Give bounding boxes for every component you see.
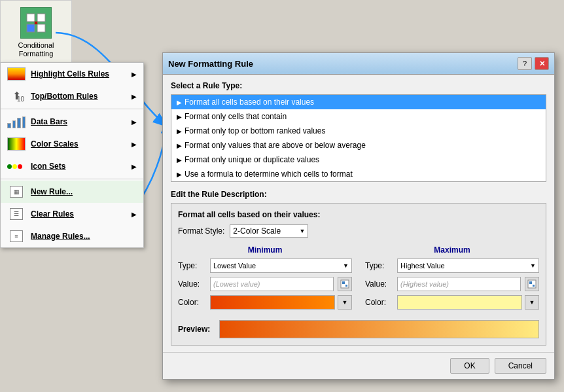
rule-arrow-2: ▶ — [177, 128, 182, 135]
dialog-titlebar: New Formatting Rule ? ✕ — [163, 53, 554, 75]
rule-type-unique-duplicate[interactable]: ▶ Format only unique or duplicate values — [171, 152, 546, 167]
menu-topbottom-arrow: ▶ — [132, 93, 137, 100]
rule-type-2-label: Format only top or bottom ranked values — [185, 126, 325, 135]
menu-iconsets-label: Icon Sets — [31, 162, 129, 171]
menu-item-newrule[interactable]: ▦ New Rule... — [1, 181, 143, 203]
newrule-icon: ▦ — [7, 185, 26, 199]
min-value-picker[interactable] — [338, 277, 352, 291]
format-all-label: Format all cells based on their values: — [178, 210, 539, 219]
new-formatting-rule-dialog: New Formatting Rule ? ✕ Select a Rule Ty… — [162, 52, 555, 380]
menu-item-managerules[interactable]: ≡ Manage Rules... — [1, 225, 143, 247]
max-color-label: Color: — [365, 298, 395, 307]
min-type-row: Type: Lowest Value ▼ — [178, 258, 352, 273]
iconsets-icon — [7, 159, 26, 173]
rule-arrow-4: ▶ — [177, 156, 182, 164]
dialog-body: Select a Rule Type: ▶ Format all cells b… — [163, 75, 554, 352]
format-style-row: Format Style: 2-Color Scale ▼ — [178, 224, 539, 238]
minimum-column: Minimum Type: Lowest Value ▼ Value: (Low… — [178, 245, 352, 313]
menu-clearrules-arrow: ▶ — [132, 211, 137, 218]
rule-type-3-label: Format only values that are above or bel… — [185, 141, 366, 150]
menu-colorscales-arrow: ▶ — [132, 141, 137, 148]
format-style-label: Format Style: — [178, 226, 224, 236]
help-button[interactable]: ? — [518, 57, 532, 70]
minimum-header: Minimum — [178, 245, 352, 255]
menu-databars-label: Data Bars — [31, 117, 129, 126]
min-color-row: Color: ▼ — [178, 295, 352, 310]
menu-topbottom-label: Top/Bottom Rules — [31, 92, 129, 101]
format-style-arrow: ▼ — [299, 228, 305, 234]
topbottom-icon: ⬆ 10 — [7, 89, 26, 103]
rule-arrow-3: ▶ — [177, 142, 182, 149]
max-color-swatch — [397, 295, 522, 310]
cancel-button[interactable]: Cancel — [495, 358, 546, 374]
preview-row: Preview: — [178, 320, 539, 338]
rule-arrow-5: ▶ — [177, 171, 182, 178]
rule-type-formula[interactable]: ▶ Use a formula to determine which cells… — [171, 167, 546, 181]
dialog-title: New Formatting Rule — [168, 59, 253, 69]
min-color-label: Color: — [178, 298, 207, 307]
menu-item-highlight[interactable]: Highlight Cells Rules ▶ — [1, 63, 143, 85]
max-value-picker[interactable] — [525, 277, 539, 291]
min-type-arrow: ▼ — [343, 262, 349, 269]
toolbar: Conditional Formatting — [0, 0, 72, 65]
menu-iconsets-arrow: ▶ — [132, 163, 137, 170]
edit-rule-label: Edit the Rule Description: — [171, 190, 546, 199]
max-value-row: Value: (Highest value) — [365, 277, 539, 291]
min-value-input: (Lowest value) — [210, 277, 334, 291]
max-type-row: Type: Highest Value ▼ — [365, 258, 539, 273]
conditional-formatting-icon[interactable] — [20, 7, 52, 39]
svg-rect-1 — [37, 14, 45, 22]
menu-divider-1 — [1, 109, 143, 109]
close-button[interactable]: ✕ — [535, 57, 549, 70]
rule-type-0-label: Format all cells based on their values — [185, 98, 314, 107]
rule-type-1-label: Format only cells that contain — [185, 112, 287, 121]
toolbar-label: Conditional Formatting — [3, 41, 69, 58]
menu-item-iconsets[interactable]: Icon Sets ▶ — [1, 155, 143, 177]
max-value-placeholder: (Highest value) — [400, 280, 449, 288]
min-color-swatch — [210, 295, 335, 310]
rule-arrow-0: ▶ — [177, 99, 182, 106]
svg-rect-3 — [37, 24, 45, 32]
rule-type-list: ▶ Format all cells based on their values… — [171, 94, 546, 182]
max-color-row: Color: ▼ — [365, 295, 539, 310]
min-max-container: Minimum Type: Lowest Value ▼ Value: (Low… — [178, 245, 539, 313]
rule-type-above-below[interactable]: ▶ Format only values that are above or b… — [171, 138, 546, 152]
max-type-label: Type: — [365, 261, 395, 270]
min-value-label: Value: — [178, 279, 207, 289]
maximum-header: Maximum — [365, 245, 539, 255]
select-rule-type-label: Select a Rule Type: — [171, 81, 546, 90]
ok-button[interactable]: OK — [450, 358, 489, 374]
format-style-select[interactable]: 2-Color Scale ▼ — [230, 224, 308, 238]
min-value-placeholder: (Lowest value) — [213, 280, 260, 288]
menu-colorscales-label: Color Scales — [31, 139, 129, 149]
min-type-label: Type: — [178, 261, 207, 270]
svg-rect-2 — [27, 24, 35, 32]
menu-clearrules-label: Clear Rules — [31, 209, 129, 219]
menu-item-databars[interactable]: Data Bars ▶ — [1, 111, 143, 133]
dropdown-menu: Highlight Cells Rules ▶ ⬆ 10 Top/Bottom … — [0, 62, 144, 248]
max-value-label: Value: — [365, 279, 395, 289]
max-color-dropdown[interactable]: ▼ — [525, 295, 539, 310]
min-type-select[interactable]: Lowest Value ▼ — [210, 258, 352, 273]
dialog-controls: ? ✕ — [518, 57, 549, 70]
menu-item-clearrules[interactable]: ☰ Clear Rules ▶ — [1, 203, 143, 225]
databars-icon — [7, 115, 26, 129]
clearrules-icon: ☰ — [7, 207, 26, 221]
rule-type-all-cells[interactable]: ▶ Format all cells based on their values — [171, 95, 546, 109]
rule-type-4-label: Format only unique or duplicate values — [185, 155, 319, 164]
svg-rect-9 — [345, 285, 347, 287]
rule-type-cells-contain[interactable]: ▶ Format only cells that contain — [171, 109, 546, 124]
maximum-column: Maximum Type: Highest Value ▼ Value: (Hi… — [365, 245, 539, 313]
rule-type-top-bottom[interactable]: ▶ Format only top or bottom ranked value… — [171, 124, 546, 138]
preview-label: Preview: — [178, 325, 214, 334]
preview-bar — [219, 320, 539, 338]
menu-divider-2 — [1, 179, 143, 179]
format-style-value: 2-Color Scale — [233, 226, 281, 236]
rule-arrow-1: ▶ — [177, 113, 182, 120]
svg-rect-11 — [529, 281, 532, 284]
menu-item-topbottom[interactable]: ⬆ 10 Top/Bottom Rules ▶ — [1, 85, 143, 107]
edit-section: Format all cells based on their values: … — [171, 203, 546, 346]
menu-item-colorscales[interactable]: Color Scales ▶ — [1, 133, 143, 155]
min-color-dropdown[interactable]: ▼ — [338, 295, 352, 310]
max-type-select[interactable]: Highest Value ▼ — [397, 258, 539, 273]
